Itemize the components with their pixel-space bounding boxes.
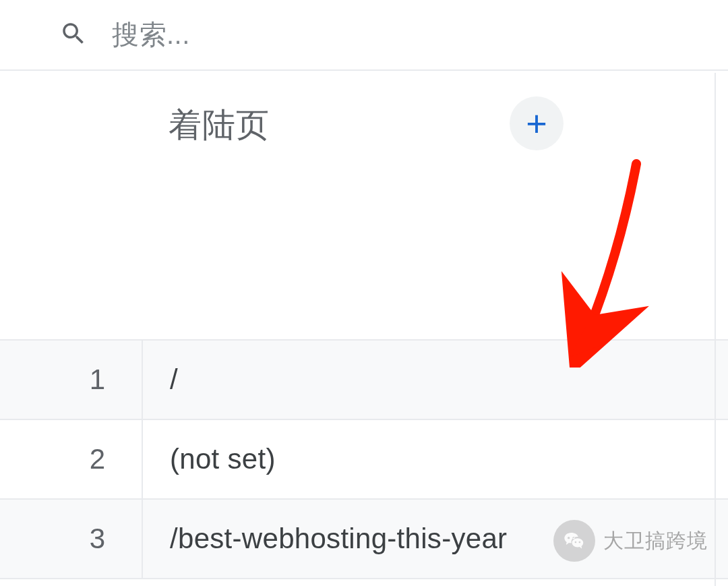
add-dimension-button[interactable]: + (510, 96, 564, 150)
row-index: 2 (0, 420, 143, 498)
row-index: 1 (0, 341, 143, 419)
watermark-text: 大卫搞跨境 (603, 527, 708, 555)
row-index: 3 (0, 500, 143, 578)
table-header: 着陆页 + (0, 69, 728, 339)
search-placeholder: 搜索... (112, 16, 190, 53)
row-value: /best-webhosting-this-year (143, 523, 507, 555)
table-row[interactable]: 1 / (0, 341, 728, 420)
search-icon (59, 20, 88, 51)
search-bar[interactable]: 搜索... (0, 0, 728, 69)
column-title-landing-page: 着陆页 (169, 103, 270, 148)
plus-icon: + (526, 105, 547, 142)
table-row[interactable]: 2 (not set) (0, 420, 728, 500)
column-divider (715, 73, 716, 586)
wechat-icon (553, 520, 595, 562)
row-value: / (143, 363, 178, 396)
arrow-annotation (535, 158, 670, 368)
watermark: 大卫搞跨境 (553, 520, 708, 562)
row-value: (not set) (143, 443, 276, 475)
